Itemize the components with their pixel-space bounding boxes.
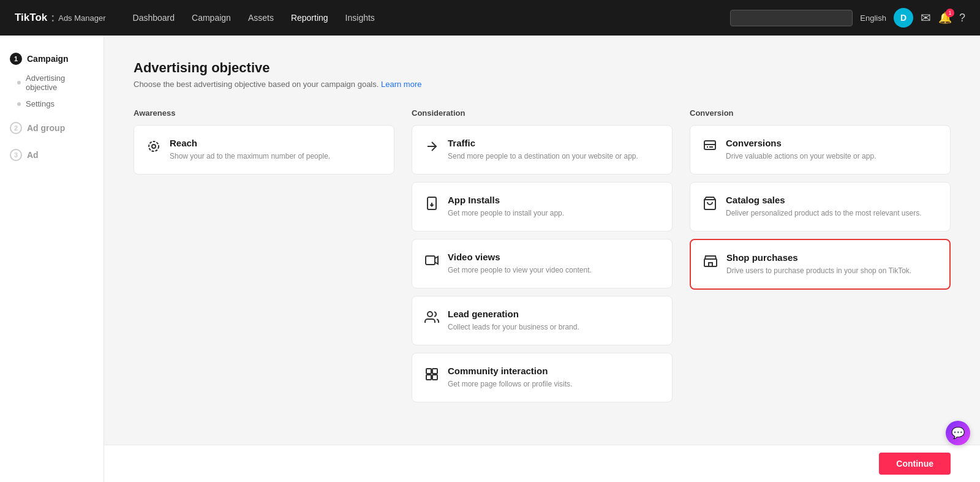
community-interaction-icon	[424, 367, 439, 385]
traffic-icon	[424, 139, 439, 157]
traffic-card[interactable]: Traffic Send more people to a destinatio…	[412, 125, 673, 175]
nav-dashboard[interactable]: Dashboard	[126, 9, 183, 26]
traffic-name: Traffic	[448, 138, 638, 148]
catalog-sales-card[interactable]: Catalog sales Deliver personalized produ…	[690, 182, 951, 232]
sidebar-sub-advertising-objective[interactable]: Advertising objective	[0, 70, 104, 96]
conversions-card[interactable]: Conversions Drive valuable actions on yo…	[690, 125, 951, 175]
nav-links: Dashboard Campaign Assets Reporting Insi…	[126, 9, 711, 26]
svg-point-1	[149, 141, 159, 151]
logo-tiktok-text: TikTok	[15, 12, 47, 24]
nav-reporting[interactable]: Reporting	[284, 9, 336, 26]
language-selector[interactable]: English	[860, 13, 886, 23]
top-nav: TikTok : Ads Manager Dashboard Campaign …	[0, 0, 980, 36]
sub-dot-settings-icon	[17, 102, 21, 106]
nav-campaign[interactable]: Campaign	[184, 9, 238, 26]
main-content: Advertising objective Choose the best ad…	[104, 36, 980, 482]
svg-rect-3	[426, 256, 435, 265]
chat-icon: 💬	[951, 426, 965, 440]
svg-rect-5	[426, 369, 431, 374]
conversions-desc: Drive valuable actions on your website o…	[726, 151, 876, 162]
shop-purchases-card[interactable]: Shop purchases Drive users to purchase p…	[690, 239, 951, 290]
reach-name: Reach	[170, 138, 330, 148]
page-subtitle: Choose the best advertising objective ba…	[134, 80, 951, 89]
shop-purchases-name: Shop purchases	[726, 252, 911, 263]
notifications-button[interactable]: 🔔 1	[938, 11, 952, 24]
conversion-header: Conversion	[690, 108, 951, 118]
sidebar-step-adgroup[interactable]: 2 Ad group	[0, 117, 104, 139]
chat-bubble[interactable]: 💬	[946, 421, 970, 445]
footer-bar: Continue	[104, 445, 980, 482]
catalog-sales-icon	[703, 196, 717, 214]
community-interaction-text: Community interaction Get more page foll…	[448, 366, 572, 390]
lead-generation-name: Lead generation	[448, 309, 579, 319]
sub-dot-icon	[17, 81, 21, 85]
video-views-icon	[424, 253, 439, 271]
sidebar-step-ad[interactable]: 3 Ad	[0, 144, 104, 166]
step-3-number: 3	[10, 149, 22, 161]
conversions-text: Conversions Drive valuable actions on yo…	[726, 138, 876, 162]
conversion-column: Conversion Conversions Drive valuable ac…	[690, 108, 951, 410]
video-views-card[interactable]: Video views Get more people to view your…	[412, 239, 673, 288]
community-interaction-card[interactable]: Community interaction Get more page foll…	[412, 353, 673, 402]
logo-ads-text: Ads Manager	[58, 13, 105, 23]
app-installs-card[interactable]: App Installs Get more people to install …	[412, 182, 673, 232]
help-button[interactable]: ?	[959, 12, 965, 24]
nav-insights[interactable]: Insights	[338, 9, 382, 26]
reach-icon	[146, 139, 161, 157]
reach-desc: Show your ad to the maximum number of pe…	[170, 151, 330, 162]
traffic-text: Traffic Send more people to a destinatio…	[448, 138, 638, 162]
sidebar-step-3-section: 3 Ad	[0, 144, 104, 166]
step-3-label: Ad	[27, 150, 39, 160]
svg-rect-8	[432, 375, 437, 380]
app-installs-text: App Installs Get more people to install …	[448, 195, 564, 219]
mail-button[interactable]: ✉	[921, 10, 931, 25]
learn-more-link[interactable]: Learn more	[381, 80, 421, 89]
step-2-number: 2	[10, 122, 22, 134]
step-1-label: Campaign	[27, 54, 69, 64]
sidebar-sub-settings[interactable]: Settings	[0, 96, 104, 112]
consideration-column: Consideration Traffic Send more people t…	[412, 108, 673, 410]
page-title: Advertising objective	[134, 60, 951, 76]
logo: TikTok : Ads Manager	[15, 12, 106, 24]
awareness-header: Awareness	[134, 108, 394, 118]
continue-button[interactable]: Continue	[879, 453, 951, 475]
community-interaction-name: Community interaction	[448, 366, 572, 376]
catalog-sales-text: Catalog sales Deliver personalized produ…	[726, 195, 922, 219]
svg-point-4	[428, 312, 432, 317]
nav-assets[interactable]: Assets	[241, 9, 281, 26]
search-input[interactable]	[730, 10, 853, 26]
sidebar-advertising-objective-label: Advertising objective	[26, 73, 94, 92]
conversions-name: Conversions	[726, 138, 876, 148]
lead-generation-card[interactable]: Lead generation Collect leads for your b…	[412, 296, 673, 345]
sidebar: 1 Campaign Advertising objective Setting…	[0, 36, 104, 482]
sidebar-settings-label: Settings	[26, 99, 55, 108]
subtitle-text: Choose the best advertising objective ba…	[134, 80, 379, 89]
shop-purchases-text: Shop purchases Drive users to purchase p…	[726, 252, 911, 276]
awareness-column: Awareness Reach Show your ad to the maxi…	[134, 108, 394, 410]
app-installs-icon	[424, 196, 439, 214]
logo-separator: :	[51, 12, 55, 24]
shop-purchases-desc: Drive users to purchase products in your…	[726, 265, 911, 276]
app-installs-desc: Get more people to install your app.	[448, 208, 564, 219]
notif-badge: 1	[946, 9, 954, 17]
sidebar-step-2-section: 2 Ad group	[0, 117, 104, 139]
sidebar-step-campaign[interactable]: 1 Campaign	[0, 48, 104, 70]
lead-generation-icon	[424, 310, 439, 328]
app-installs-name: App Installs	[448, 195, 564, 205]
catalog-sales-desc: Deliver personalized product ads to the …	[726, 208, 922, 219]
reach-card[interactable]: Reach Show your ad to the maximum number…	[134, 125, 394, 175]
community-interaction-desc: Get more page follows or profile visits.	[448, 378, 572, 390]
video-views-desc: Get more people to view your video conte…	[448, 265, 592, 276]
lead-generation-text: Lead generation Collect leads for your b…	[448, 309, 579, 333]
nav-right-section: English D ✉ 🔔 1 ?	[730, 8, 965, 28]
step-1-number: 1	[10, 53, 22, 65]
traffic-desc: Send more people to a destination on you…	[448, 151, 638, 162]
svg-rect-6	[432, 369, 437, 374]
catalog-sales-name: Catalog sales	[726, 195, 922, 205]
objective-columns: Awareness Reach Show your ad to the maxi…	[134, 108, 951, 410]
consideration-header: Consideration	[412, 108, 673, 118]
sidebar-step-1-section: 1 Campaign Advertising objective Setting…	[0, 48, 104, 112]
reach-text: Reach Show your ad to the maximum number…	[170, 138, 330, 162]
lead-generation-desc: Collect leads for your business or brand…	[448, 322, 579, 333]
avatar[interactable]: D	[894, 8, 913, 28]
